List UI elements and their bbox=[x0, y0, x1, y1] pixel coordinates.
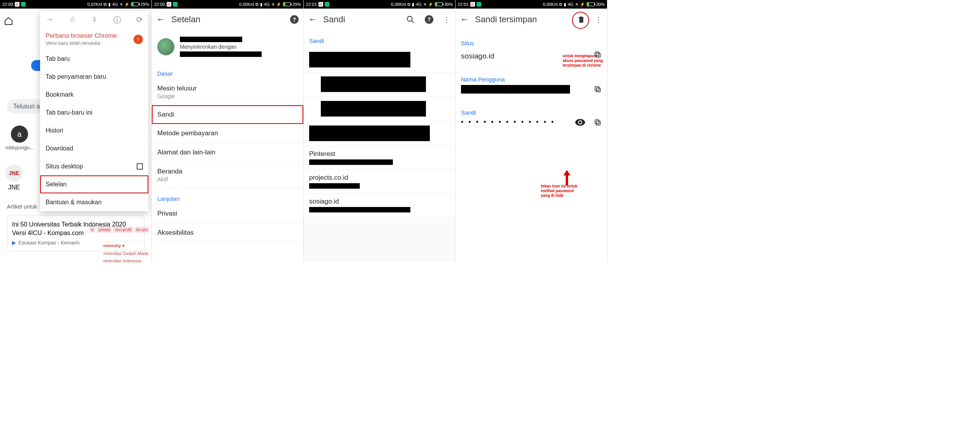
sync-account-row[interactable]: Menyinkronkan dengan bbox=[152, 30, 303, 63]
settings-search-engine[interactable]: Mesin telusur Google bbox=[152, 79, 303, 105]
copy-username-icon[interactable] bbox=[594, 85, 602, 93]
checkbox-icon[interactable] bbox=[137, 163, 143, 170]
menu-bookmarks[interactable]: Bookmark bbox=[40, 86, 148, 104]
app-status-icon bbox=[173, 2, 178, 7]
screen-settings: 22:00 G 0,00K/d ⧉ ▮ 4G ✕ ⚡ 29% ← Setelan… bbox=[152, 0, 304, 262]
app-status-icon bbox=[325, 2, 329, 7]
svg-rect-5 bbox=[595, 87, 599, 90]
help-icon[interactable]: ? bbox=[290, 15, 299, 24]
search-icon[interactable] bbox=[406, 15, 415, 24]
signal-icon: ▮ bbox=[108, 2, 111, 7]
redacted-username bbox=[309, 207, 410, 212]
menu-desktop-site[interactable]: Situs desktop bbox=[40, 157, 148, 175]
more-icon[interactable]: ⋮ bbox=[595, 15, 602, 24]
copy-password-icon[interactable] bbox=[594, 119, 602, 126]
articles-header: Artikel untuk bbox=[7, 203, 37, 210]
avatar bbox=[157, 38, 174, 55]
clock: 22:01 bbox=[306, 2, 317, 7]
charging-icon: ✕ ⚡ bbox=[575, 2, 585, 7]
wifi-icon: ⧉ bbox=[407, 2, 410, 7]
redacted-email bbox=[180, 51, 262, 57]
app-bar: ← Sandi ? ⋮ bbox=[304, 9, 455, 30]
more-icon[interactable]: ⋮ bbox=[443, 15, 450, 24]
settings-homepage[interactable]: Beranda Aktif bbox=[152, 162, 303, 188]
status-bar: 22:01 G 0,08K/d ⧉ ▮ 4G ✕ ⚡ 30% bbox=[304, 0, 455, 9]
data-rate: 0,08K/d bbox=[391, 2, 406, 7]
star-icon[interactable]: ☆ bbox=[69, 15, 76, 25]
net-type: 4G bbox=[416, 2, 422, 7]
password-row-sosiago[interactable]: sosiago.id bbox=[304, 194, 455, 218]
menu-recent-tabs[interactable]: Tab baru-baru ini bbox=[40, 104, 148, 122]
password-row[interactable] bbox=[304, 48, 455, 73]
google-status-icon: G bbox=[15, 2, 19, 7]
search-bar[interactable]: Telusuri a bbox=[7, 99, 42, 114]
settings-passwords[interactable]: Sandi bbox=[152, 105, 303, 124]
menu-new-tab[interactable]: Tab baru bbox=[40, 50, 148, 68]
update-arrow-icon: ↑ bbox=[134, 35, 143, 44]
settings-privacy[interactable]: Privasi bbox=[152, 204, 303, 223]
password-row[interactable] bbox=[304, 97, 455, 122]
quick-link-amazon[interactable]: a robbyjungju... bbox=[5, 126, 33, 150]
battery-percent: 30% bbox=[596, 2, 605, 7]
status-bar: 22:01 G 0,00K/d ⧉ ▮ 4G ✕ ⚡ 30% bbox=[456, 0, 607, 9]
svg-rect-7 bbox=[595, 120, 599, 124]
value-site: sosiago.id bbox=[461, 52, 494, 60]
refresh-icon[interactable]: ⟳ bbox=[136, 15, 143, 25]
redacted-username bbox=[461, 85, 570, 94]
value-password-hidden: • • • • • • • • • • • • • bbox=[461, 118, 555, 126]
settings-addresses[interactable]: Alamat dan lain-lain bbox=[152, 143, 303, 162]
status-bar: 22:00 G 0,02K/d ⧉ ▮ 4G ✕ ⚡ 29% bbox=[0, 0, 151, 9]
battery-percent: 29% bbox=[141, 2, 149, 7]
back-icon[interactable]: ← bbox=[460, 14, 469, 25]
download-icon[interactable]: ⬇ bbox=[91, 15, 98, 25]
charging-icon: ✕ ⚡ bbox=[423, 2, 433, 7]
quick-link-jne[interactable]: JNE JNE bbox=[5, 165, 23, 191]
battery-icon bbox=[435, 2, 443, 6]
signal-icon: ▮ bbox=[260, 2, 262, 7]
menu-incognito-tab[interactable]: Tab penyamaran baru bbox=[40, 68, 148, 86]
annotation-reveal-note: tekan icon ini untuk melihat password ya… bbox=[541, 184, 584, 198]
password-row[interactable] bbox=[304, 73, 455, 97]
update-chrome-row[interactable]: Perbarui browser Chrome Versi baru telah… bbox=[40, 29, 148, 50]
menu-settings[interactable]: Setelan bbox=[40, 175, 148, 193]
help-icon[interactable]: ? bbox=[425, 15, 433, 24]
trash-icon[interactable] bbox=[577, 15, 585, 24]
tag[interactable]: ic bbox=[90, 227, 95, 233]
svg-line-1 bbox=[412, 21, 414, 23]
settings-payment[interactable]: Metode pembayaran bbox=[152, 124, 303, 143]
wifi-icon: ⧉ bbox=[255, 2, 259, 7]
redacted-site bbox=[321, 101, 426, 117]
back-icon[interactable]: ← bbox=[157, 14, 165, 25]
wifi-icon: ⧉ bbox=[559, 2, 562, 7]
section-passwords: Sandi bbox=[304, 30, 455, 48]
info-icon[interactable]: ⓘ bbox=[113, 15, 121, 25]
annotation-arrow-icon bbox=[563, 170, 571, 186]
app-bar: ← Sandi tersimpan ⋮ bbox=[456, 9, 607, 30]
label-site: Situs bbox=[461, 40, 602, 46]
battery-icon bbox=[131, 2, 139, 6]
password-row-pinterest[interactable]: Pinterest bbox=[304, 146, 455, 170]
section-basic: Dasar bbox=[152, 63, 303, 79]
menu-history[interactable]: Histori bbox=[40, 122, 148, 140]
google-status-icon: G bbox=[470, 2, 475, 7]
data-rate: 0,00K/d bbox=[543, 2, 558, 7]
menu-help[interactable]: Bantuan & masukan bbox=[40, 193, 148, 211]
reveal-password-icon[interactable] bbox=[575, 119, 585, 126]
tag[interactable]: for-pro bbox=[135, 227, 149, 233]
password-row-projects[interactable]: projects.co.id bbox=[304, 170, 455, 194]
home-icon[interactable] bbox=[4, 16, 13, 26]
forward-icon[interactable]: → bbox=[46, 15, 53, 25]
redacted-username bbox=[309, 183, 360, 189]
update-title: Perbarui browser Chrome bbox=[46, 32, 117, 39]
tag[interactable]: non-profit bbox=[113, 227, 133, 233]
data-rate: 0,00K/d bbox=[239, 2, 254, 7]
password-row[interactable] bbox=[304, 122, 455, 146]
svg-rect-4 bbox=[596, 88, 600, 92]
back-icon[interactable]: ← bbox=[308, 14, 317, 25]
settings-accessibility[interactable]: Aksesibilitas bbox=[152, 223, 303, 242]
source-icon: ▶ bbox=[12, 239, 16, 246]
menu-downloads[interactable]: Download bbox=[40, 140, 148, 157]
redacted-site bbox=[321, 76, 426, 92]
tag[interactable]: private bbox=[97, 227, 112, 233]
quick-link-label: JNE bbox=[5, 184, 23, 191]
